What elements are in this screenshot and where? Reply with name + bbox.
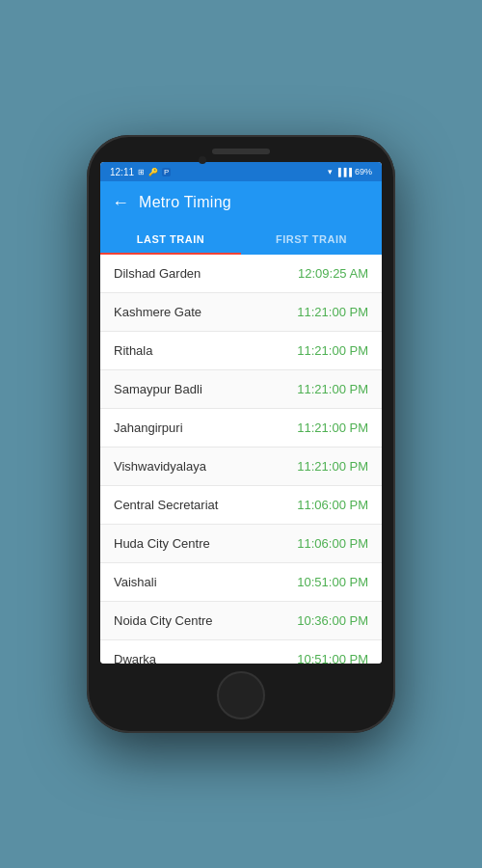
- station-time: 11:21:00 PM: [297, 459, 368, 474]
- list-item[interactable]: Dwarka 10:51:00 PM: [100, 640, 382, 664]
- wifi-icon: ▾: [328, 167, 333, 176]
- status-bar-right: ▾ ▐▐▐ 69%: [328, 167, 372, 176]
- station-name: Huda City Centre: [114, 536, 210, 551]
- sim-icon: ⊞: [138, 168, 145, 176]
- station-time: 11:21:00 PM: [297, 420, 368, 435]
- battery-level: 69%: [355, 167, 372, 176]
- status-time: 12:11: [110, 167, 134, 177]
- phone-speaker: [212, 149, 270, 154]
- station-name: Vishwavidyalaya: [114, 459, 206, 474]
- tab-first-train[interactable]: FIRST TRAIN: [241, 224, 382, 255]
- tab-last-train[interactable]: LAST TRAIN: [100, 224, 241, 255]
- station-time: 11:06:00 PM: [297, 536, 368, 551]
- vpn-icon: 🔑: [148, 168, 158, 176]
- phone-screen: 12:11 ⊞ 🔑 P ▾ ▐▐▐ 69% ← Metro Timing LAS…: [100, 162, 382, 664]
- list-item[interactable]: Central Secretariat 11:06:00 PM: [100, 486, 382, 525]
- list-item[interactable]: Vishwavidyalaya 11:21:00 PM: [100, 448, 382, 486]
- station-time: 11:21:00 PM: [297, 382, 368, 396]
- station-time: 11:21:00 PM: [297, 343, 368, 358]
- home-button[interactable]: [217, 671, 265, 719]
- station-name: Noida City Centre: [114, 613, 213, 628]
- list-item[interactable]: Noida City Centre 10:36:00 PM: [100, 602, 382, 640]
- station-time: 11:21:00 PM: [297, 305, 368, 319]
- back-button[interactable]: ←: [112, 194, 129, 211]
- list-item[interactable]: Huda City Centre 11:06:00 PM: [100, 525, 382, 563]
- station-time: 12:09:25 AM: [298, 266, 368, 281]
- phone-camera: [199, 156, 206, 164]
- station-name: Central Secretariat: [114, 498, 218, 512]
- parking-icon: P: [162, 168, 171, 176]
- status-bar-left: 12:11 ⊞ 🔑 P: [110, 167, 171, 177]
- station-time: 11:06:00 PM: [297, 498, 368, 512]
- phone-frame: 12:11 ⊞ 🔑 P ▾ ▐▐▐ 69% ← Metro Timing LAS…: [87, 135, 395, 733]
- station-time: 10:51:00 PM: [297, 575, 368, 589]
- app-bar-title: Metro Timing: [139, 194, 231, 211]
- signal-bars-icon: ▐▐▐: [335, 168, 352, 176]
- station-name: Vaishali: [114, 575, 157, 589]
- station-name: Jahangirpuri: [114, 420, 183, 435]
- station-time: 10:36:00 PM: [297, 613, 368, 628]
- station-name: Rithala: [114, 343, 152, 358]
- tabs-bar: LAST TRAIN FIRST TRAIN: [100, 224, 382, 255]
- list-item[interactable]: Dilshad Garden 12:09:25 AM: [100, 255, 382, 293]
- station-name: Kashmere Gate: [114, 305, 201, 319]
- list-item[interactable]: Kashmere Gate 11:21:00 PM: [100, 293, 382, 332]
- station-list: Dilshad Garden 12:09:25 AM Kashmere Gate…: [100, 255, 382, 664]
- status-bar: 12:11 ⊞ 🔑 P ▾ ▐▐▐ 69%: [100, 162, 382, 181]
- station-name: Dilshad Garden: [114, 266, 201, 281]
- list-item[interactable]: Jahangirpuri 11:21:00 PM: [100, 409, 382, 448]
- station-time: 10:51:00 PM: [297, 652, 368, 664]
- list-item[interactable]: Vaishali 10:51:00 PM: [100, 563, 382, 602]
- station-name: Dwarka: [114, 652, 156, 664]
- list-item[interactable]: Rithala 11:21:00 PM: [100, 332, 382, 370]
- app-bar: ← Metro Timing: [100, 181, 382, 224]
- station-name: Samaypur Badli: [114, 382, 202, 396]
- list-item[interactable]: Samaypur Badli 11:21:00 PM: [100, 370, 382, 409]
